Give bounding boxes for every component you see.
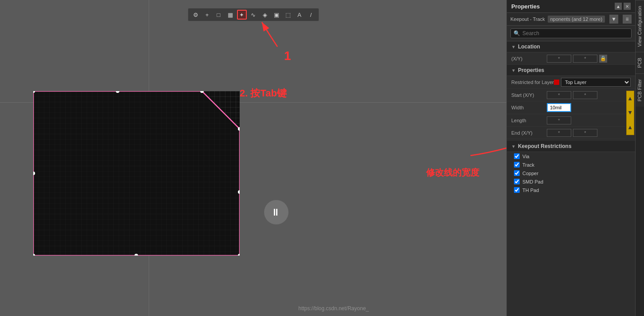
toolbar-rule-btn[interactable]: ⬚ [283, 10, 293, 20]
layer-select[interactable]: Top Layer [561, 78, 631, 87]
toolbar-filter-btn[interactable]: ⚙ [191, 10, 201, 20]
toolbar-keepout-btn[interactable]: ✦ [237, 10, 247, 20]
toolbar: ⚙ + □ ▦ ✦ ∿ ◈ ▣ ⬚ A / [188, 8, 319, 21]
start-label: Start (X/Y) [511, 92, 547, 98]
search-input[interactable] [522, 30, 628, 36]
yellow-down-btn[interactable]: ▶ [628, 111, 633, 115]
copper-checkbox[interactable] [514, 170, 520, 176]
start-row: Start (X/Y) [507, 89, 625, 101]
panel-title: Properties [511, 3, 540, 10]
smdpad-label: SMD Pad [522, 179, 543, 184]
annotation-2: 2. 按Tab键 [240, 87, 287, 100]
side-tab-pcb[interactable]: PCB [636, 52, 644, 73]
search-icon: 🔍 [514, 30, 520, 36]
properties-label: Properties [518, 67, 544, 73]
panel-close-btn[interactable]: ✕ [624, 3, 631, 10]
arrow-3 [466, 129, 506, 164]
filter-options-btn[interactable]: ≡ [623, 15, 632, 24]
length-field[interactable] [547, 116, 571, 124]
layer-row: Restricted for Layer Top Layer [507, 76, 635, 89]
keepout-smdpad-row: SMD Pad [507, 177, 635, 186]
start-value [547, 91, 621, 99]
layer-color-dot [554, 80, 559, 85]
via-label: Via [522, 154, 529, 159]
annotation-3: 修改线的宽度 [426, 167, 479, 179]
search-box: 🔍 [507, 26, 635, 41]
smdpad-checkbox[interactable] [514, 179, 520, 184]
keepout-label: Keepout Restrictions [518, 143, 572, 149]
filter-bar: Keepout - Track nponents (and 12 more) ▼… [507, 13, 635, 26]
panel-controls: ▲ ✕ [615, 3, 631, 10]
side-tab-view-config[interactable]: View Configuration [636, 0, 644, 52]
location-arrow: ▼ [511, 44, 516, 49]
toolbar-line-btn[interactable]: / [306, 10, 316, 20]
keepout-arrow: ▼ [511, 144, 516, 149]
toolbar-add-btn[interactable]: + [202, 10, 212, 20]
search-input-wrap: 🔍 [510, 28, 632, 38]
annotation-1: 1 [284, 49, 291, 63]
url-text: https://blog.csdn.net/Rayone_ [298, 305, 369, 312]
filter-label: Keepout - Track [510, 16, 545, 22]
toolbar-wire-btn[interactable]: ∿ [249, 10, 258, 20]
toolbar-select-btn[interactable]: □ [214, 10, 224, 20]
filter-badge: nponents (and 12 more) [548, 16, 605, 23]
properties-arrow: ▼ [511, 68, 516, 73]
toolbar-chart-btn[interactable]: ▦ [225, 10, 235, 20]
thpad-label: TH Pad [522, 188, 539, 193]
layer-value: Top Layer [554, 78, 631, 87]
keepout-copper-row: Copper [507, 169, 635, 177]
start-y-field[interactable] [573, 91, 597, 99]
side-tabs: View Configuration PCB PCB Filter [635, 0, 644, 316]
location-y-field[interactable] [573, 55, 597, 63]
toolbar-text-btn[interactable]: A [295, 10, 304, 20]
location-xy-label: (X/Y) [511, 56, 547, 61]
pcb-outline [33, 91, 240, 256]
canvas-area: ⚙ + □ ▦ ✦ ∿ ◈ ▣ ⬚ A / [0, 0, 506, 316]
keepout-via-row: Via [507, 152, 635, 160]
panel-pin-btn[interactable]: ▲ [615, 3, 622, 10]
location-xy-row: (X/Y) 🔒 [507, 52, 635, 65]
track-label: Track [522, 162, 534, 168]
yellow-side-bar: ◀ ▶ ◀ [626, 91, 634, 135]
location-x-field[interactable] [547, 55, 571, 63]
pause-icon: ⏸ [271, 207, 282, 218]
location-xy-value: 🔒 [547, 55, 631, 63]
width-label: Width [511, 105, 547, 110]
toolbar-fill-btn[interactable]: ▣ [272, 10, 281, 20]
length-row: Length [507, 114, 625, 127]
length-value [547, 116, 621, 124]
properties-panel: Properties ▲ ✕ Keepout - Track nponents … [506, 0, 635, 316]
copper-label: Copper [522, 171, 538, 176]
main-container: ⚙ + □ ▦ ✦ ∿ ◈ ▣ ⬚ A / [0, 0, 644, 316]
start-x-field[interactable] [547, 91, 571, 99]
yellow-up-btn[interactable]: ◀ [628, 96, 633, 100]
pause-button[interactable]: ⏸ [264, 200, 288, 224]
end-y-field[interactable] [573, 129, 597, 137]
via-checkbox[interactable] [514, 153, 520, 159]
thpad-checkbox[interactable] [514, 187, 520, 193]
end-label: End (X/Y) [511, 130, 547, 136]
yellow-mid-btn[interactable]: ◀ [628, 126, 633, 129]
toolbar-via-btn[interactable]: ◈ [260, 10, 270, 20]
end-x-field[interactable] [547, 129, 571, 137]
width-field[interactable] [547, 103, 571, 112]
side-tab-pcb-filter[interactable]: PCB Filter [636, 73, 644, 107]
keepout-thpad-row: TH Pad [507, 186, 635, 194]
location-lock-btn[interactable]: 🔒 [599, 55, 607, 63]
keepout-track-row: Track [507, 160, 635, 169]
location-section-header: ▼ Location [507, 41, 635, 52]
svg-rect-2 [33, 91, 240, 256]
length-label: Length [511, 118, 547, 123]
track-checkbox[interactable] [514, 162, 520, 168]
width-row: Width [507, 101, 625, 114]
layer-label: Restricted for Layer [511, 80, 554, 85]
end-row: End (X/Y) [507, 127, 625, 139]
end-value [547, 129, 621, 137]
location-label: Location [518, 44, 540, 50]
panel-body: ▼ Location (X/Y) 🔒 ▼ Properties Restrict… [507, 41, 635, 316]
width-value [547, 103, 621, 112]
panel-header: Properties ▲ ✕ [507, 0, 635, 13]
keepout-section-header: ▼ Keepout Restrictions [507, 141, 635, 152]
properties-section-header: ▼ Properties [507, 65, 635, 76]
filter-btn[interactable]: ▼ [609, 15, 618, 24]
